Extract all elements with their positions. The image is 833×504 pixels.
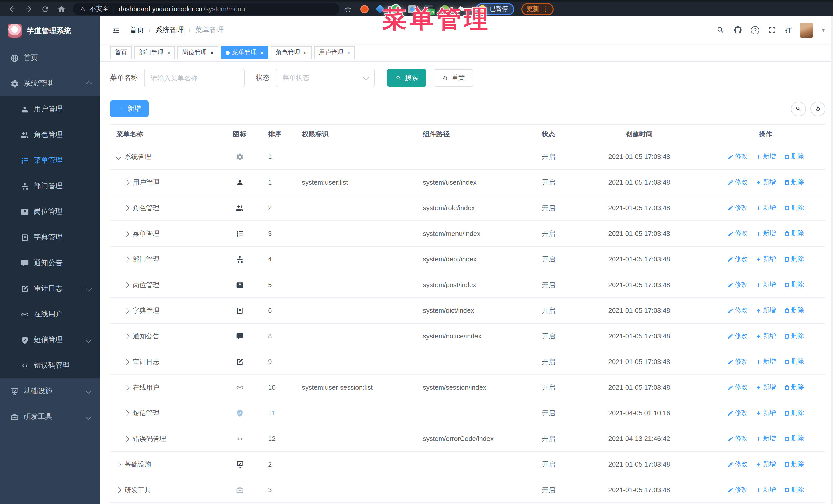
add-button[interactable]: 新增: [110, 100, 149, 117]
tags-view-tab[interactable]: 用户管理 ×: [314, 46, 355, 59]
expand-caret-icon[interactable]: [124, 308, 130, 314]
row-action-pen[interactable]: 修改: [727, 357, 748, 366]
expand-caret-icon[interactable]: [124, 333, 130, 339]
expand-caret-icon[interactable]: [124, 282, 130, 288]
sidebar-item-globe[interactable]: 首页: [0, 45, 100, 71]
row-action-pen[interactable]: 修改: [727, 332, 748, 340]
expand-caret-icon[interactable]: [124, 205, 130, 211]
row-action-trash[interactable]: 删除: [784, 281, 804, 289]
row-action-plus[interactable]: 新增: [755, 409, 776, 417]
expand-caret-icon[interactable]: [124, 179, 130, 185]
row-action-plus[interactable]: 新增: [755, 485, 776, 494]
row-action-pen[interactable]: 修改: [727, 383, 748, 392]
sidebar-item-users[interactable]: 角色管理: [0, 122, 100, 148]
menu-status-select[interactable]: 菜单状态: [276, 69, 375, 87]
row-action-pen[interactable]: 修改: [727, 229, 748, 238]
search-button[interactable]: 搜索: [387, 69, 427, 87]
row-action-pen[interactable]: 修改: [727, 409, 748, 417]
browser-home-button[interactable]: [54, 2, 69, 16]
user-avatar[interactable]: [801, 22, 813, 38]
row-action-pen[interactable]: 修改: [727, 434, 748, 443]
close-icon[interactable]: ×: [260, 49, 264, 56]
tags-view-tab[interactable]: 角色管理 ×: [271, 46, 312, 59]
tags-view-tab[interactable]: 首页: [110, 46, 132, 59]
row-action-trash[interactable]: 删除: [784, 409, 804, 417]
refresh-table-button[interactable]: [810, 101, 825, 116]
row-action-trash[interactable]: 删除: [784, 485, 804, 494]
row-action-plus[interactable]: 新增: [755, 255, 776, 264]
address-bar[interactable]: ⚠ 不安全 | dashboard.yudao.iocoder.cn/syste…: [73, 3, 339, 16]
row-action-plus[interactable]: 新增: [755, 229, 776, 238]
expand-caret-icon[interactable]: [116, 487, 121, 493]
row-action-pen[interactable]: 修改: [727, 203, 748, 212]
tags-view-tab[interactable]: 部门管理 ×: [134, 46, 175, 59]
row-action-plus[interactable]: 新增: [755, 383, 776, 392]
github-icon[interactable]: [734, 26, 742, 34]
tags-view-tab[interactable]: 菜单管理 ×: [221, 46, 268, 59]
row-action-plus[interactable]: 新增: [755, 357, 776, 366]
row-action-trash[interactable]: 删除: [784, 203, 804, 212]
row-action-trash[interactable]: 删除: [784, 255, 804, 264]
browser-update-menu-button[interactable]: 更新 ⋮: [522, 3, 554, 15]
fullscreen-icon[interactable]: [768, 26, 777, 34]
sidebar-item-tree[interactable]: 菜单管理: [0, 148, 100, 173]
expand-caret-icon[interactable]: [116, 154, 121, 160]
browser-reload-button[interactable]: [38, 2, 52, 16]
expand-caret-icon[interactable]: [116, 461, 121, 467]
reset-button[interactable]: 重置: [434, 69, 473, 87]
menu-name-input[interactable]: [144, 69, 244, 87]
sidebar-fold-icon[interactable]: [111, 26, 120, 34]
sidebar-item-megaphone[interactable]: 通知公告: [0, 250, 100, 276]
sidebar-item-editlog[interactable]: 审计日志: [0, 276, 100, 302]
row-action-plus[interactable]: 新增: [755, 460, 776, 469]
sidebar-item-gear[interactable]: 系统管理: [0, 71, 100, 96]
row-action-trash[interactable]: 删除: [784, 383, 804, 392]
font-size-icon[interactable]: tT: [785, 26, 792, 34]
tags-view-tab[interactable]: 岗位管理 ×: [177, 46, 218, 59]
row-action-plus[interactable]: 新增: [755, 203, 776, 212]
row-action-plus[interactable]: 新增: [755, 306, 776, 315]
row-action-trash[interactable]: 删除: [784, 460, 804, 469]
row-action-trash[interactable]: 删除: [784, 306, 804, 315]
browser-back-button[interactable]: [5, 2, 20, 16]
row-action-pen[interactable]: 修改: [727, 178, 748, 187]
row-action-trash[interactable]: 删除: [784, 332, 804, 340]
expand-caret-icon[interactable]: [124, 231, 130, 237]
row-action-pen[interactable]: 修改: [727, 306, 748, 315]
close-icon[interactable]: ×: [347, 49, 350, 56]
user-menu-caret-icon[interactable]: ▾: [822, 27, 825, 33]
row-action-pen[interactable]: 修改: [727, 255, 748, 264]
close-icon[interactable]: ×: [304, 49, 307, 56]
row-action-plus[interactable]: 新增: [755, 332, 776, 340]
sidebar-item-org[interactable]: 部门管理: [0, 173, 100, 199]
browser-forward-button[interactable]: [22, 2, 36, 16]
breadcrumb-item[interactable]: 首页: [130, 25, 144, 34]
close-icon[interactable]: ×: [210, 49, 214, 56]
row-action-plus[interactable]: 新增: [755, 434, 776, 443]
row-action-pen[interactable]: 修改: [727, 152, 748, 161]
bookmark-star-icon[interactable]: ☆: [344, 4, 351, 14]
sidebar-item-link[interactable]: 在线用户: [0, 302, 100, 327]
row-action-plus[interactable]: 新增: [755, 178, 776, 187]
row-action-trash[interactable]: 删除: [784, 178, 804, 187]
extension-icon-orange[interactable]: [361, 5, 369, 13]
row-action-pen[interactable]: 修改: [727, 485, 748, 494]
row-action-trash[interactable]: 删除: [784, 229, 804, 238]
close-icon[interactable]: ×: [167, 49, 170, 56]
show-search-toggle-button[interactable]: [791, 101, 806, 116]
expand-caret-icon[interactable]: [124, 410, 130, 416]
sidebar-item-code[interactable]: 错误码管理: [0, 353, 100, 378]
expand-caret-icon[interactable]: [124, 256, 130, 262]
row-action-pen[interactable]: 修改: [727, 460, 748, 469]
expand-caret-icon[interactable]: [124, 385, 130, 390]
row-action-trash[interactable]: 删除: [784, 357, 804, 366]
row-action-plus[interactable]: 新增: [755, 281, 776, 289]
row-action-trash[interactable]: 删除: [784, 152, 804, 161]
row-action-plus[interactable]: 新增: [755, 152, 776, 161]
sidebar-item-monitor[interactable]: 基础设施: [0, 378, 100, 404]
sidebar-item-shield[interactable]: 短信管理: [0, 327, 100, 353]
row-action-pen[interactable]: 修改: [727, 281, 748, 289]
sidebar-item-book[interactable]: 字典管理: [0, 224, 100, 250]
help-icon[interactable]: ?: [751, 26, 759, 34]
row-action-trash[interactable]: 删除: [784, 434, 804, 443]
